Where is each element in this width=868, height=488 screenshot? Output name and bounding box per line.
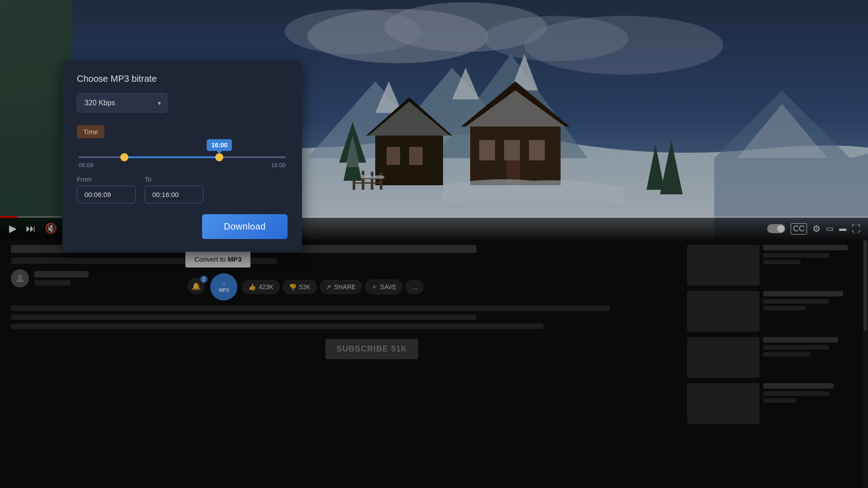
dislike-icon: 👎	[289, 283, 297, 291]
sidebar-thumbnail	[687, 337, 760, 378]
slider-tooltip: 16:00	[207, 139, 232, 151]
desc-line-3	[11, 324, 543, 329]
slider-right-label: 16:00	[271, 162, 286, 169]
more-icon: ...	[412, 283, 417, 291]
miniplayer-toggle[interactable]	[767, 224, 785, 233]
subscriber-count	[34, 280, 71, 286]
like-button[interactable]: 👍 423K	[242, 280, 280, 294]
slider-thumb-left[interactable]	[120, 153, 128, 161]
svg-rect-7	[479, 140, 495, 160]
theater-button[interactable]: ▭	[826, 224, 834, 234]
sidebar-meta	[763, 383, 857, 424]
cc-button[interactable]: CC	[791, 223, 807, 235]
sidebar-meta	[763, 291, 857, 332]
modal-title: Choose MP3 bitrate	[77, 74, 288, 84]
sidebar-item	[687, 337, 857, 378]
sidebar-title	[763, 383, 834, 389]
right-sidebar	[676, 239, 857, 488]
to-time-input[interactable]	[145, 186, 203, 203]
sidebar-item	[687, 245, 857, 286]
from-time-input[interactable]	[77, 186, 136, 203]
time-inputs: From To	[77, 176, 288, 203]
like-icon: 👍	[248, 283, 256, 291]
from-input-group: From	[77, 176, 136, 203]
bell-badge: 2	[200, 276, 208, 283]
mp3-label: MP3	[219, 287, 229, 293]
share-label: SHARE	[334, 283, 356, 291]
fullscreen-button[interactable]: ⛶	[852, 224, 861, 234]
slider-fill	[124, 156, 220, 158]
save-icon: ＋	[371, 283, 377, 291]
time-range-slider[interactable]: 16:00 06:09 16:00	[79, 156, 286, 169]
subscribe-large-button[interactable]: SUBSCRIBE 51K	[326, 339, 418, 359]
time-section: Time 16:00 06:09 16:00 From To	[77, 125, 288, 203]
convert-label-prefix: Convert to	[194, 255, 227, 263]
theater-wide-button[interactable]: ▬	[839, 225, 846, 233]
scrollbar[interactable]	[863, 239, 868, 488]
sidebar-item	[687, 383, 857, 424]
below-video	[0, 239, 868, 488]
sidebar-sub	[763, 391, 829, 396]
save-label: SAVE	[380, 283, 396, 291]
share-button[interactable]: ↗ SHARE	[320, 280, 362, 294]
sidebar-meta	[763, 245, 857, 286]
slider-left-label: 06:09	[79, 162, 94, 169]
convert-label-bold: MP3	[227, 255, 241, 263]
mute-button[interactable]: 🔇	[43, 221, 59, 236]
video-bg-left	[0, 0, 72, 239]
sidebar-sub	[763, 253, 829, 258]
skip-button[interactable]: ⏭	[24, 221, 38, 236]
mp3-float-button[interactable]: ♫ MP3	[210, 273, 237, 300]
channel-avatar	[11, 269, 29, 287]
svg-rect-17	[380, 173, 382, 190]
mp3-download-modal: Choose MP3 bitrate 320 Kbps 256 Kbps 192…	[62, 61, 302, 252]
time-label: Time	[77, 125, 104, 138]
svg-rect-8	[504, 140, 520, 160]
share-icon: ↗	[326, 283, 331, 291]
sidebar-sub2	[763, 352, 810, 357]
channel-name	[34, 271, 89, 277]
desc-line-1	[11, 305, 610, 311]
to-label: To	[145, 176, 203, 183]
sidebar-sub	[763, 299, 829, 304]
svg-rect-12	[387, 147, 400, 165]
settings-button[interactable]: ⚙	[812, 223, 821, 234]
svg-rect-9	[529, 140, 545, 160]
sidebar-title	[763, 245, 848, 250]
main-content	[11, 239, 676, 488]
sidebar-sub2	[763, 398, 796, 403]
sidebar-title	[763, 291, 843, 296]
sidebar-item	[687, 291, 857, 332]
desc-line-2	[11, 314, 476, 320]
svg-rect-16	[371, 172, 373, 190]
download-button[interactable]: Download	[202, 214, 288, 239]
dislike-count: 53K	[299, 283, 311, 291]
play-button[interactable]: ▶	[7, 221, 19, 236]
to-input-group: To	[145, 176, 203, 203]
video-actions-row: 👍 423K 👎 53K ↗ SHARE ＋ SAVE ...	[242, 279, 424, 295]
sidebar-thumbnail	[687, 383, 760, 424]
sidebar-thumbnail	[687, 245, 760, 286]
svg-point-20	[18, 275, 22, 278]
slider-track	[79, 156, 286, 158]
more-button[interactable]: ...	[406, 280, 424, 294]
scrollbar-thumb[interactable]	[863, 240, 867, 331]
sidebar-title	[763, 337, 838, 343]
sidebar-meta	[763, 337, 857, 378]
slider-labels: 06:09 16:00	[79, 162, 286, 169]
mp3-icon: ♫	[222, 282, 226, 287]
sidebar-sub2	[763, 306, 806, 310]
like-count: 423K	[259, 283, 274, 291]
slider-thumb-right[interactable]	[215, 153, 223, 161]
sidebar-thumbnail	[687, 291, 760, 332]
convert-to-mp3-button[interactable]: Convert to MP3	[185, 251, 250, 267]
bitrate-select[interactable]: 320 Kbps 256 Kbps 192 Kbps 128 Kbps 96 K…	[77, 93, 167, 113]
sidebar-sub2	[763, 260, 801, 264]
bitrate-select-container: 320 Kbps 256 Kbps 192 Kbps 128 Kbps 96 K…	[77, 93, 167, 113]
save-button[interactable]: ＋ SAVE	[365, 279, 403, 295]
svg-point-5	[484, 16, 628, 61]
sidebar-sub	[763, 345, 829, 350]
svg-rect-13	[409, 147, 423, 165]
dislike-button[interactable]: 👎 53K	[283, 280, 317, 294]
from-label: From	[77, 176, 136, 183]
